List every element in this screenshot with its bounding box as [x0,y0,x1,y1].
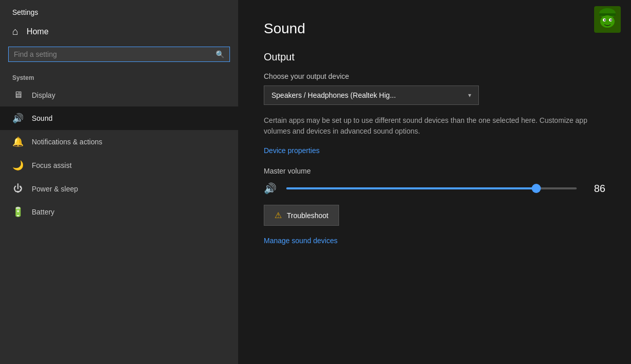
search-icon: 🔍 [216,50,224,58]
sidebar-item-label: Notifications & actions [32,138,102,146]
system-section-label: System [0,70,238,83]
troubleshoot-button[interactable]: ⚠ Troubleshoot [264,205,339,226]
avatar-image [594,6,621,33]
home-icon: ⌂ [12,26,18,37]
sidebar-item-label: Display [32,91,55,99]
sidebar-item-label: Power & sleep [32,185,78,193]
manage-sound-devices-link[interactable]: Manage sound devices [264,237,338,245]
home-nav-item[interactable]: ⌂ Home [0,20,238,42]
page-title: Sound [264,20,605,37]
troubleshoot-label: Troubleshoot [287,211,328,220]
output-device-dropdown[interactable]: Speakers / Headphones (Realtek Hig... ▾ [264,85,479,105]
sidebar-item-battery[interactable]: 🔋 Battery [0,200,238,224]
search-container: 🔍 [8,47,230,62]
svg-point-6 [611,19,612,21]
main-content: Sound Output Choose your output device S… [238,0,631,364]
sidebar-item-power[interactable]: ⏻ Power & sleep [0,177,238,200]
settings-title: Settings [0,0,238,20]
selected-device-text: Speakers / Headphones (Realtek Hig... [271,91,396,99]
battery-icon: 🔋 [12,206,24,218]
info-text: Certain apps may be set up to use differ… [264,115,605,137]
warning-icon: ⚠ [275,210,282,220]
focus-icon: 🌙 [12,160,24,171]
output-section-title: Output [264,51,605,63]
sidebar-item-notifications[interactable]: 🔔 Notifications & actions [0,130,238,154]
notification-icon: 🔔 [12,136,24,147]
volume-value: 86 [585,183,605,195]
sidebar-item-label: Sound [32,114,52,122]
device-properties-link[interactable]: Device properties [264,146,320,155]
volume-slider[interactable] [286,183,577,194]
sidebar: Settings ⌂ Home 🔍 System 🖥 Display 🔊 Sou… [0,0,238,364]
volume-icon: 🔊 [264,182,278,195]
sidebar-item-sound[interactable]: 🔊 Sound [0,106,238,130]
avatar-container [594,6,621,33]
display-icon: 🖥 [12,90,24,100]
slider-thumb [532,184,541,193]
chevron-down-icon: ▾ [468,92,471,99]
sound-icon: 🔊 [12,113,24,124]
sidebar-item-focus[interactable]: 🌙 Focus assist [0,154,238,177]
power-icon: ⏻ [12,183,24,194]
home-label: Home [27,27,49,36]
slider-fill [286,187,536,189]
choose-device-label: Choose your output device [264,72,605,80]
avatar [594,6,621,33]
sidebar-item-display[interactable]: 🖥 Display [0,83,238,106]
search-input[interactable] [14,50,214,58]
sidebar-item-label: Battery [32,208,54,216]
svg-point-5 [604,19,606,21]
master-volume-label: Master volume [264,167,605,175]
volume-row: 🔊 86 [264,182,605,195]
sidebar-item-label: Focus assist [32,161,72,169]
